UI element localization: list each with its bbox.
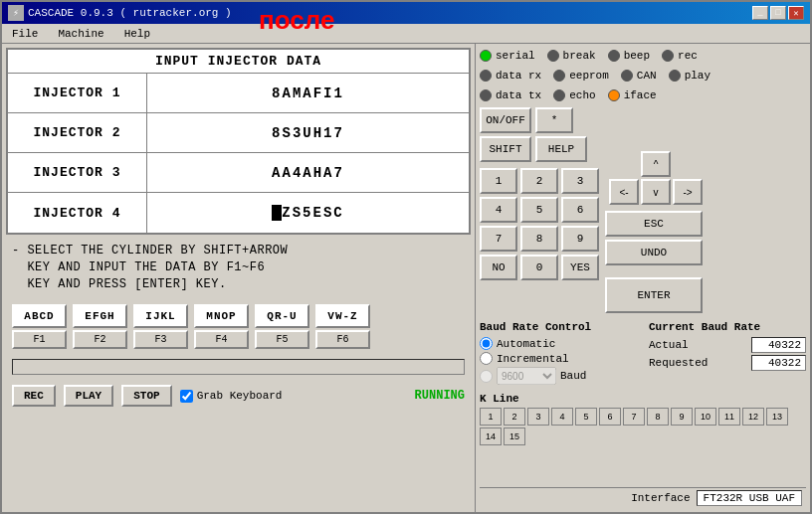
ctrl-row-1: ON/OFF * xyxy=(480,107,599,133)
undo-button[interactable]: UNDO xyxy=(605,240,703,265)
requested-row: Requested 40322 xyxy=(649,355,806,371)
kline-14[interactable]: 14 xyxy=(480,428,502,445)
numpad-7[interactable]: 7 xyxy=(480,226,517,252)
kline-12[interactable]: 12 xyxy=(742,408,764,426)
kline-1[interactable]: 1 xyxy=(480,408,502,426)
fkey-f1[interactable]: F1 xyxy=(12,330,67,349)
kline-8[interactable]: 8 xyxy=(647,408,669,426)
function-keys-row: ABCD F1 EFGH F2 IJKL F3 MNOP F4 QR-U F xyxy=(6,300,471,353)
led-data-rx xyxy=(480,70,492,82)
star-button[interactable]: * xyxy=(535,107,573,133)
requested-label: Requested xyxy=(649,357,708,369)
fkey-label-abcd[interactable]: ABCD xyxy=(12,304,67,328)
app-icon: ⚡ xyxy=(8,5,24,21)
fkey-label-mnop[interactable]: MNOP xyxy=(194,304,249,328)
kline-3[interactable]: 3 xyxy=(527,408,549,426)
fkey-label-vwz[interactable]: VW-Z xyxy=(315,304,370,328)
led-iface xyxy=(608,89,620,101)
radio-automatic[interactable] xyxy=(480,337,493,350)
onoff-button[interactable]: ON/OFF xyxy=(480,107,531,133)
kline-9[interactable]: 9 xyxy=(671,408,693,426)
numpad-8[interactable]: 8 xyxy=(520,226,558,252)
help-button[interactable]: HELP xyxy=(535,136,587,162)
fkey-label-qru[interactable]: QR-U xyxy=(255,304,309,328)
yes-button[interactable]: YES xyxy=(561,255,599,280)
kline-7[interactable]: 7 xyxy=(623,408,645,426)
fkey-label-efgh[interactable]: EFGH xyxy=(73,304,127,328)
numpad-9[interactable]: 9 xyxy=(561,226,599,252)
kline-10[interactable]: 10 xyxy=(695,408,716,426)
special-row: NO 0 YES xyxy=(480,255,599,280)
right-panel: serial break beep rec data rx xyxy=(475,44,810,512)
title-bar-left: ⚡ CASCADE 0.9.3 ( rutracker.org ) xyxy=(8,5,232,21)
radio-incremental[interactable] xyxy=(480,352,493,365)
indicator-can: CAN xyxy=(621,70,657,82)
led-rec xyxy=(662,50,674,62)
injector-row-1: INJECTOR 1 8AMAFI1 xyxy=(8,74,469,113)
menu-file[interactable]: File xyxy=(6,27,44,41)
kline-5[interactable]: 5 xyxy=(575,408,597,426)
fkey-group-5: QR-U F5 xyxy=(255,304,309,349)
kline-15[interactable]: 15 xyxy=(504,428,525,445)
current-baud-group: Current Baud Rate Actual 40322 Requested… xyxy=(649,321,806,385)
nav-up[interactable]: ^ xyxy=(641,151,671,177)
running-status: RUNNING xyxy=(415,389,465,403)
indicator-break-label: break xyxy=(563,50,596,62)
led-serial xyxy=(480,50,492,62)
grab-keyboard-checkbox[interactable] xyxy=(180,390,193,403)
fkey-f4[interactable]: F4 xyxy=(194,330,249,349)
numpad-4[interactable]: 4 xyxy=(480,197,517,223)
fkey-label-ijkl[interactable]: IJKL xyxy=(133,304,188,328)
indicator-rec: rec xyxy=(662,50,698,62)
grab-keyboard-container: Grab Keyboard xyxy=(180,390,283,403)
radio-custom[interactable] xyxy=(480,370,493,383)
fkey-f6[interactable]: F6 xyxy=(315,330,370,349)
esc-button[interactable]: ESC xyxy=(605,211,703,237)
enter-button[interactable]: ENTER xyxy=(605,277,703,313)
title-bar-buttons: _ □ ✕ xyxy=(752,6,804,20)
injector-value-4[interactable]: ZS5ESC xyxy=(147,193,469,233)
numpad-5[interactable]: 5 xyxy=(520,197,558,223)
kline-11[interactable]: 11 xyxy=(718,408,740,426)
kline-2[interactable]: 2 xyxy=(504,408,525,426)
rec-button[interactable]: REC xyxy=(12,385,56,407)
close-button[interactable]: ✕ xyxy=(788,6,804,20)
fkey-f2[interactable]: F2 xyxy=(73,330,127,349)
minimize-button[interactable]: _ xyxy=(752,6,768,20)
maximize-button[interactable]: □ xyxy=(770,6,786,20)
no-button[interactable]: NO xyxy=(480,255,517,280)
kline-13[interactable]: 13 xyxy=(766,408,788,426)
indicators-row: serial break beep rec data rx xyxy=(480,48,806,103)
menu-machine[interactable]: Machine xyxy=(52,27,109,41)
injector-label-2: INJECTOR 2 xyxy=(8,113,147,152)
numpad-2[interactable]: 2 xyxy=(520,168,558,194)
baud-select[interactable]: 9600 xyxy=(497,367,556,385)
cyrillic-label: после xyxy=(259,5,334,36)
numpad-3[interactable]: 3 xyxy=(561,168,599,194)
kline-6[interactable]: 6 xyxy=(599,408,621,426)
numpad-6[interactable]: 6 xyxy=(561,197,599,223)
stop-button[interactable]: STOP xyxy=(121,385,171,407)
nav-down[interactable]: v xyxy=(641,179,671,205)
fkey-group-2: EFGH F2 xyxy=(73,304,127,349)
kline-4[interactable]: 4 xyxy=(551,408,573,426)
left-controls: ON/OFF * SHIFT HELP 1 2 3 4 5 xyxy=(480,107,599,313)
injector-value-3[interactable]: AA4AHA7 xyxy=(147,153,469,192)
progress-bar-container xyxy=(12,359,465,375)
injector-value-1[interactable]: 8AMAFI1 xyxy=(147,74,469,112)
menu-help[interactable]: Help xyxy=(118,27,156,41)
nav-empty-tl xyxy=(609,151,639,177)
zero-button[interactable]: 0 xyxy=(520,255,558,280)
fkey-group-1: ABCD F1 xyxy=(12,304,67,349)
shift-button[interactable]: SHIFT xyxy=(480,136,531,162)
fkey-f3[interactable]: F3 xyxy=(133,330,188,349)
injector-value-2[interactable]: 8S3UH17 xyxy=(147,113,469,152)
grab-keyboard-label: Grab Keyboard xyxy=(197,390,283,402)
nav-right[interactable]: -> xyxy=(673,179,703,205)
baud-label: Baud xyxy=(560,370,586,382)
play-button[interactable]: PLAY xyxy=(64,385,113,407)
fkey-f5[interactable]: F5 xyxy=(255,330,309,349)
baud-section: Baud Rate Control Automatic Incremental … xyxy=(480,321,806,385)
numpad-1[interactable]: 1 xyxy=(480,168,517,194)
nav-left[interactable]: <- xyxy=(609,179,639,205)
